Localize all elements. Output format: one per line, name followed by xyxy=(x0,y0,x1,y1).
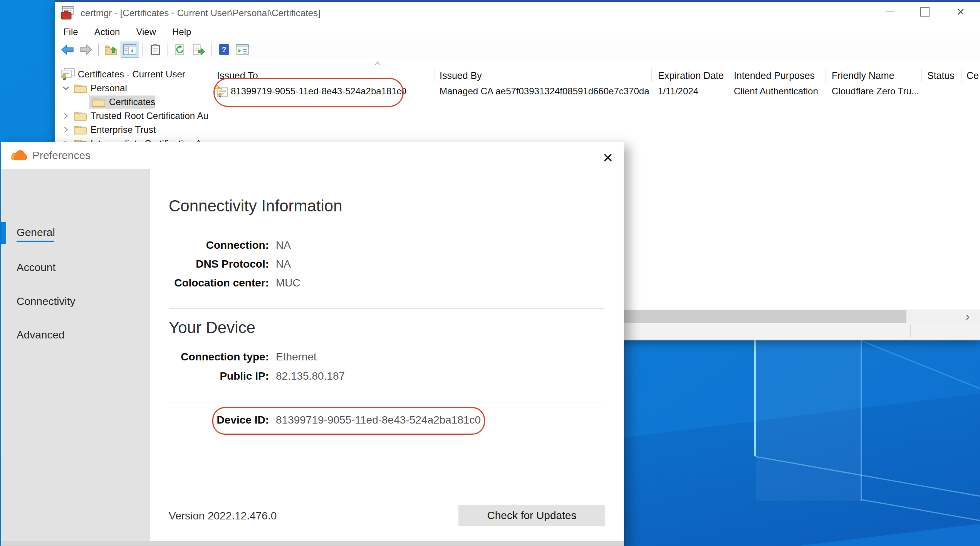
tree-item-personal[interactable]: Personal xyxy=(61,81,127,95)
status-separator xyxy=(910,325,911,337)
tree-item-label: Personal xyxy=(91,83,127,94)
device-id-label: Device ID: xyxy=(115,414,269,426)
section-heading-connectivity-information: Connectivity Information xyxy=(169,197,342,215)
menu-view[interactable]: View xyxy=(128,24,164,40)
cert-row-status[interactable] xyxy=(927,84,960,99)
tree-item-enterprise-trust[interactable]: Enterprise Trust xyxy=(61,123,156,137)
column-header-issued-to[interactable]: Issued To xyxy=(217,68,433,83)
cloudflare-logo-icon xyxy=(10,150,28,161)
menu-action[interactable]: Action xyxy=(86,24,128,40)
close-icon: ✕ xyxy=(957,7,965,17)
chevron-down-icon[interactable] xyxy=(61,86,71,90)
preferences-titlebar: Preferences xyxy=(1,142,624,169)
device-id-value: 81399719-9055-11ed-8e43-524a2ba181c0 xyxy=(276,414,481,426)
back-icon xyxy=(61,44,74,55)
nav-connectivity[interactable]: Connectivity xyxy=(1,290,150,313)
tree-item-certificates-current-user[interactable]: Certificates - Current User xyxy=(60,67,185,81)
up-one-level-button[interactable] xyxy=(102,42,120,57)
export-list-icon xyxy=(193,44,205,55)
new-window-button[interactable] xyxy=(233,42,251,57)
cert-row-issued-to[interactable]: 81399719-9055-11ed-8e43-524a2ba181c0 xyxy=(215,84,433,99)
help-button[interactable]: ? xyxy=(215,42,233,57)
scroll-right-icon: › xyxy=(966,310,970,323)
column-header-friendly-name[interactable]: Friendly Name xyxy=(832,68,920,83)
folder-icon xyxy=(74,83,87,93)
colocation-center-label: Colocation center: xyxy=(115,277,269,289)
help-icon: ? xyxy=(219,44,229,55)
column-separator[interactable] xyxy=(921,69,922,82)
folder-icon xyxy=(74,111,87,121)
show-console-tree-button[interactable] xyxy=(121,42,139,58)
tree-item-label: Certificates xyxy=(109,97,155,107)
public-ip-label: Public IP: xyxy=(115,370,269,382)
forward-button[interactable] xyxy=(77,42,95,57)
column-separator[interactable] xyxy=(962,69,962,82)
certmgr-app-icon xyxy=(60,6,75,20)
close-button[interactable]: ✕ xyxy=(949,3,972,21)
column-header-expiration-date[interactable]: Expiration Date xyxy=(658,68,727,83)
forward-icon xyxy=(79,44,92,55)
wallpaper-ray-vertical-2 xyxy=(861,340,862,501)
menu-file[interactable]: File xyxy=(55,24,86,40)
column-separator[interactable] xyxy=(826,69,826,82)
colocation-center-value: MUC xyxy=(276,277,300,289)
certmgr-titlebar: certmgr - [Certificates - Current User\P… xyxy=(55,2,980,24)
connection-type-value: Ethernet xyxy=(276,351,317,363)
tree-item-label: Enterprise Trust xyxy=(91,124,156,135)
folder-icon xyxy=(92,97,105,107)
toolbar-separator xyxy=(143,44,143,56)
clipboard-icon xyxy=(150,44,160,55)
tree-item-certificates[interactable]: Certificates xyxy=(92,95,155,109)
connection-type-label: Connection type: xyxy=(115,351,269,363)
dns-protocol-label: DNS Protocol: xyxy=(115,258,269,270)
export-list-button[interactable] xyxy=(190,42,208,57)
preferences-title: Preferences xyxy=(32,149,91,162)
menu-bar: File Action View Help xyxy=(55,24,980,40)
sort-ascending-icon xyxy=(374,61,381,66)
cert-row-expiration-date[interactable]: 1/11/2024 xyxy=(658,84,727,99)
preferences-dialog: Preferences ✕ General Account Connectivi… xyxy=(1,142,624,546)
dns-protocol-value: NA xyxy=(276,258,291,270)
scrollbar-right-arrow[interactable]: › xyxy=(958,310,977,323)
section-divider xyxy=(169,402,604,402)
wallpaper-glass-shard xyxy=(756,339,862,501)
column-separator[interactable] xyxy=(435,69,435,82)
chevron-right-icon[interactable] xyxy=(61,126,71,133)
refresh-button[interactable] xyxy=(171,42,189,57)
column-header-intended-purposes[interactable]: Intended Purposes xyxy=(734,68,824,83)
up-folder-icon xyxy=(104,44,117,55)
back-button[interactable] xyxy=(59,42,76,57)
column-header-issued-by[interactable]: Issued By xyxy=(440,68,649,83)
maximize-button[interactable] xyxy=(913,3,936,21)
maximize-icon xyxy=(920,7,930,17)
tree-item-label: Trusted Root Certification Au xyxy=(91,111,208,121)
wallpaper-ray-vertical-1 xyxy=(754,340,756,456)
paste-button[interactable] xyxy=(146,42,164,57)
tree-item-trusted-root[interactable]: Trusted Root Certification Au xyxy=(61,109,208,123)
chevron-right-icon[interactable] xyxy=(61,112,71,119)
active-nav-underline xyxy=(17,241,54,242)
minimize-button[interactable] xyxy=(878,3,901,21)
certificate-with-key-icon xyxy=(215,85,228,98)
column-header-certificate[interactable]: Ce xyxy=(967,68,980,83)
section-heading-your-device: Your Device xyxy=(169,308,255,337)
cert-row-friendly-name[interactable]: Cloudflare Zero Tru... xyxy=(832,84,920,99)
toolbar: ? xyxy=(55,40,980,59)
public-ip-value: 82.135.80.187 xyxy=(276,370,345,382)
screen: certmgr - [Certificates - Current User\P… xyxy=(0,0,980,546)
connection-value: NA xyxy=(276,239,291,251)
cert-row-issued-by[interactable]: Managed CA ae57f03931324f08591d660e7c370… xyxy=(440,84,649,99)
nav-advanced[interactable]: Advanced xyxy=(1,324,150,346)
check-for-updates-button[interactable]: Check for Updates xyxy=(458,505,605,526)
console-tree-icon xyxy=(123,44,136,55)
column-separator[interactable] xyxy=(728,69,728,82)
toolbar-separator xyxy=(168,44,168,56)
wallpaper-ray-diag-3 xyxy=(862,340,980,389)
column-separator[interactable] xyxy=(651,69,652,82)
cert-row-intended-purposes[interactable]: Client Authentication xyxy=(734,84,824,99)
version-text: Version 2022.12.476.0 xyxy=(169,510,277,522)
certificates-store-icon xyxy=(60,68,76,81)
column-header-status[interactable]: Status xyxy=(927,68,960,83)
menu-help[interactable]: Help xyxy=(164,24,199,40)
preferences-close-button[interactable]: ✕ xyxy=(596,149,619,167)
